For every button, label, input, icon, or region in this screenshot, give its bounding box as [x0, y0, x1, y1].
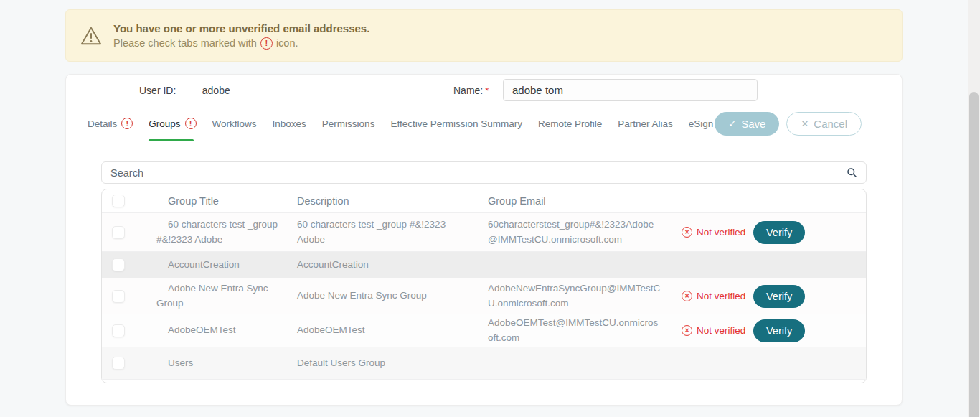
status-badge: ✕ Not verified: [682, 325, 753, 336]
verify-button[interactable]: Verify: [753, 221, 805, 244]
group-email: AdobeNewEntraSyncGroup@IMMTestCU.onmicro…: [473, 281, 682, 311]
group-description: 60 characters test _group #&!2323 Adobe: [283, 217, 473, 248]
cancel-button[interactable]: ✕ Cancel: [786, 112, 862, 136]
tab-remote-profile[interactable]: Remote Profile: [538, 106, 602, 141]
row-checkbox-cell: [102, 290, 146, 303]
tab-partner-alias-label: Partner Alias: [618, 118, 673, 129]
row-checkbox[interactable]: [112, 226, 125, 239]
tab-workflows[interactable]: Workflows: [212, 106, 257, 141]
banner-subtitle-after: icon.: [276, 37, 298, 49]
tab-inboxes-label: Inboxes: [273, 118, 306, 129]
tab-effective-permission-summary[interactable]: Effective Permission Summary: [390, 106, 522, 141]
row-checkbox-cell: [102, 226, 146, 239]
tab-details-alert-icon: !: [121, 118, 133, 129]
status-badge: ✕ Not verified: [682, 291, 753, 301]
action-buttons: ✓ Save ✕ Cancel: [715, 112, 862, 136]
row-checkbox[interactable]: [112, 324, 125, 337]
status-label: Not verified: [697, 325, 745, 336]
status-badge: ✕ Not verified: [682, 227, 753, 238]
banner-subtitle: Please check tabs marked with ! icon.: [113, 37, 369, 50]
group-title: AdobeOEMTest: [146, 323, 283, 338]
not-verified-icon: ✕: [682, 227, 692, 238]
user-form-row: User ID: adobe Name:*: [66, 75, 902, 106]
scrollbar-track[interactable]: [968, 0, 980, 417]
tab-permissions[interactable]: Permissions: [322, 106, 375, 141]
status-label: Not verified: [697, 227, 745, 238]
save-button[interactable]: ✓ Save: [715, 112, 779, 136]
tab-bar: Details ! Groups ! Workflows Inboxes Per…: [66, 106, 902, 141]
name-label-wrap: Name:*: [453, 84, 489, 97]
search-icon[interactable]: [847, 167, 857, 178]
groups-table: Group Title Description Group Email 60 c…: [101, 189, 867, 383]
column-header-group-email: Group Email: [473, 195, 682, 207]
banner-title: You have one or more unverified email ad…: [113, 22, 369, 34]
group-title: Adobe New Entra Sync Group: [146, 281, 283, 311]
tab-effective-permission-summary-label: Effective Permission Summary: [390, 118, 522, 129]
row-checkbox-cell: [102, 357, 146, 370]
groups-tab-content: Group Title Description Group Email 60 c…: [66, 161, 902, 383]
row-actions: Verify: [753, 319, 866, 342]
tab-remote-profile-label: Remote Profile: [538, 118, 602, 129]
group-email: 60characterstest_group#&!2323Adobe@IMMTe…: [473, 217, 682, 248]
group-description: AccountCreation: [283, 258, 473, 273]
group-email: AdobeOEMTest@IMMTestCU.onmicrosoft.com: [473, 316, 682, 346]
page: You have one or more unverified email ad…: [0, 0, 980, 417]
alert-exclamation-icon: !: [260, 37, 273, 50]
user-detail-card: User ID: adobe Name:* Details ! Groups !…: [65, 74, 903, 406]
required-asterisk: *: [485, 85, 489, 96]
cancel-button-label: Cancel: [814, 118, 847, 130]
group-title: 60 characters test _group #&!2323 Adobe: [146, 217, 283, 248]
tab-groups-alert-icon: !: [185, 118, 197, 129]
close-icon: ✕: [801, 118, 809, 129]
row-checkbox[interactable]: [112, 290, 125, 303]
table-header-row: Group Title Description Group Email: [102, 189, 866, 213]
user-id-field: User ID: adobe: [139, 84, 230, 97]
search-input[interactable]: [110, 167, 847, 179]
row-actions: Verify: [753, 221, 866, 244]
header-checkbox-cell: [102, 195, 146, 207]
status-label: Not verified: [697, 291, 745, 301]
table-row: AdobeOEMTest AdobeOEMTest AdobeOEMTest@I…: [102, 314, 866, 347]
scrollbar-thumb[interactable]: [969, 92, 979, 417]
row-checkbox-cell: [102, 258, 146, 271]
banner-subtitle-before: Please check tabs marked with: [113, 37, 257, 49]
user-id-label: User ID:: [139, 85, 176, 96]
tab-groups-label: Groups: [149, 118, 180, 129]
tab-permissions-label: Permissions: [322, 118, 375, 129]
tab-details-label: Details: [88, 118, 117, 129]
table-row: Users Default Users Group: [102, 347, 866, 380]
not-verified-icon: ✕: [682, 325, 692, 336]
not-verified-icon: ✕: [682, 291, 692, 301]
table-row: 60 characters test _group #&!2323 Adobe …: [102, 213, 866, 252]
row-checkbox-cell: [102, 324, 146, 337]
group-description: Default Users Group: [283, 356, 473, 371]
check-icon: ✓: [728, 118, 736, 129]
tab-workflows-label: Workflows: [212, 118, 257, 129]
group-title: AccountCreation: [146, 258, 283, 273]
user-id-value: adobe: [202, 85, 230, 96]
group-description: Adobe New Entra Sync Group: [283, 289, 473, 304]
row-actions: Verify: [753, 285, 866, 308]
group-description: AdobeOEMTest: [283, 323, 473, 338]
tab-inboxes[interactable]: Inboxes: [273, 106, 306, 141]
tab-partner-alias[interactable]: Partner Alias: [618, 106, 673, 141]
verify-button[interactable]: Verify: [753, 319, 805, 342]
select-all-checkbox[interactable]: [112, 195, 125, 207]
tab-details[interactable]: Details !: [88, 106, 133, 141]
name-label: Name:: [453, 85, 483, 96]
table-row: Adobe New Entra Sync Group Adobe New Ent…: [102, 278, 866, 314]
column-header-description: Description: [283, 195, 473, 207]
save-button-label: Save: [741, 118, 765, 130]
warning-triangle-icon: [80, 26, 102, 46]
search-box: [101, 161, 867, 184]
verify-button[interactable]: Verify: [753, 285, 805, 308]
tab-groups[interactable]: Groups !: [149, 106, 196, 141]
group-title: Users: [146, 356, 283, 371]
row-checkbox[interactable]: [112, 258, 125, 271]
table-row: AccountCreation AccountCreation: [102, 252, 866, 278]
banner-text: You have one or more unverified email ad…: [113, 22, 369, 50]
row-checkbox[interactable]: [112, 357, 125, 370]
warning-banner: You have one or more unverified email ad…: [65, 9, 903, 62]
name-input[interactable]: [503, 79, 758, 101]
column-header-group-title: Group Title: [146, 195, 283, 207]
